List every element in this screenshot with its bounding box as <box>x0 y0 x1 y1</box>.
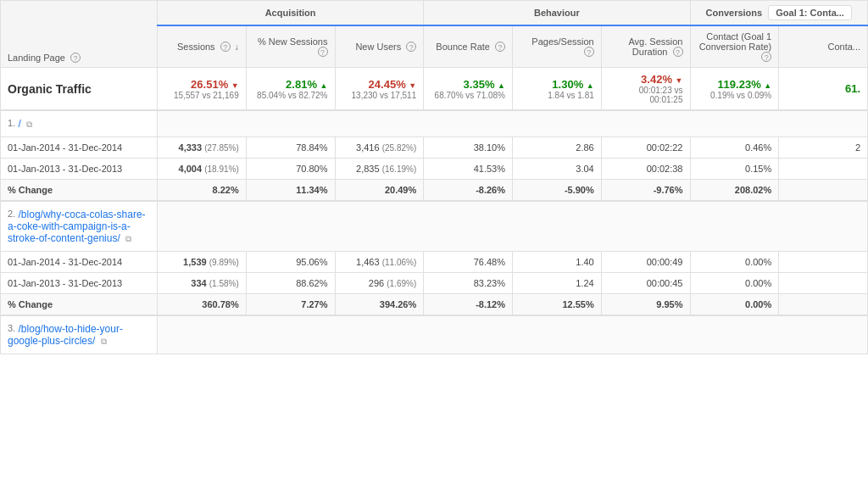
row-3-landing-cell: 3. /blog/how-to-hide-your-google-plus-ci… <box>1 315 158 354</box>
row-2-date-1-new-users: 1,463 (11.06%) <box>335 252 424 273</box>
row-1-date-2-pages: 3.04 <box>513 159 602 180</box>
row-1-date-2-label: 01-Jan-2013 - 31-Dec-2013 <box>1 159 158 180</box>
acquisition-label: Acquisition <box>265 8 316 18</box>
row-2-landing-cell: 2. /blog/why-coca-colas-share-a-coke-wit… <box>1 201 158 252</box>
sessions-sort-icon[interactable]: ↓ <box>235 42 239 52</box>
row-3-empty <box>158 315 868 354</box>
row-1-date-1-label: 01-Jan-2014 - 31-Dec-2014 <box>1 137 158 159</box>
organic-pages-main: 1.30% <box>552 78 593 91</box>
row-1-date-2-sessions: 4,004 (18.91%) <box>158 159 247 180</box>
organic-traffic-new-users: 24.45% 13,230 vs 17,511 <box>335 68 424 111</box>
organic-pct-new-main: 2.81% <box>286 78 327 91</box>
row-1-date-2-contact-comp <box>779 159 868 180</box>
row-2-change-new-users: 394.26% <box>335 294 424 316</box>
row-1-change-pages: -5.90% <box>513 180 602 202</box>
pct-new-sessions-label: % New Sessions <box>258 36 328 47</box>
row-2-date-1-contact-comp <box>779 252 868 273</box>
row-1-date-1: 01-Jan-2014 - 31-Dec-2014 4,333 (27.85%)… <box>1 137 868 159</box>
organic-pct-new-sub: 85.04% vs 82.72% <box>253 91 328 100</box>
behaviour-group-header: Behaviour <box>424 1 690 26</box>
row-1-landing-cell: 1. / ⧉ <box>1 110 158 137</box>
row-2-date-2-new-users: 296 (1.69%) <box>335 273 424 294</box>
row-1-date-2-new-users: 2,835 (16.19%) <box>335 159 424 180</box>
pages-session-label: Pages/Session <box>531 36 593 47</box>
row-2-date-2: 01-Jan-2013 - 31-Dec-2013 334 (1.58%) 88… <box>1 273 868 294</box>
organic-bounce-main: 3.35% <box>464 78 505 91</box>
conversions-group-header: Conversions Goal 1: Conta... <box>690 1 868 26</box>
organic-sessions-sub: 15,557 vs 21,169 <box>164 91 239 100</box>
organic-traffic-bounce: 3.35% 68.70% vs 71.08% <box>424 68 513 111</box>
row-1-date-2-pct-new: 70.80% <box>246 159 335 180</box>
contact-rate-col-header: Contact (Goal 1 Conversion Rate) ? <box>690 25 779 68</box>
row-2-change-contact-comp <box>779 294 868 316</box>
organic-traffic-sessions: 26.51% 15,557 vs 21,169 <box>158 68 247 111</box>
avg-session-col-header: Avg. Session Duration ? <box>601 25 690 68</box>
pages-session-col-header: Pages/Session ? <box>513 25 602 68</box>
row-3-num: 3. <box>8 315 15 333</box>
row-3-page-icon[interactable]: ⧉ <box>101 337 107 347</box>
row-2-change-pct-new: 7.27% <box>246 294 335 316</box>
new-users-label: New Users <box>355 42 401 52</box>
organic-avg-session-main: 3.42% <box>641 73 682 86</box>
landing-page-row-2: 2. /blog/why-coca-colas-share-a-coke-wit… <box>1 201 868 252</box>
organic-sessions-main: 26.51% <box>191 78 239 91</box>
acquisition-group-header: Acquisition <box>158 1 424 26</box>
row-2-date-1-label: 01-Jan-2014 - 31-Dec-2014 <box>1 252 158 273</box>
organic-traffic-contact-comp: 61. <box>779 68 868 111</box>
organic-avg-session-sub: 00:01:23 vs 00:01:25 <box>609 86 683 104</box>
avg-session-help-icon[interactable]: ? <box>673 47 683 57</box>
sessions-down-arrow <box>231 78 239 91</box>
contact-rate-up-arrow <box>764 78 771 91</box>
row-2-change-label: % Change <box>1 294 158 316</box>
sessions-col-header: Sessions ? ↓ <box>158 25 247 68</box>
row-2-page-icon[interactable]: ⧉ <box>125 234 131 244</box>
row-2-change-contact-rate: 0.00% <box>690 294 779 316</box>
organic-traffic-row: Organic Traffic 26.51% 15,557 vs 21,169 … <box>1 68 868 111</box>
landing-page-header: Landing Page ? <box>1 1 158 68</box>
row-1-change-label: % Change <box>1 180 158 202</box>
row-2-pct-change: % Change 360.78% 7.27% 394.26% -8.12% 12… <box>1 294 868 316</box>
group-header-row: Landing Page ? Acquisition Behaviour Con… <box>1 1 868 26</box>
row-2-date-2-pages: 1.24 <box>513 273 602 294</box>
pct-new-help-icon[interactable]: ? <box>318 47 328 57</box>
row-1-date-1-bounce: 38.10% <box>424 137 513 159</box>
bounce-up-arrow <box>498 78 505 91</box>
sessions-help-icon[interactable]: ? <box>220 42 231 52</box>
row-1-change-sessions: 8.22% <box>158 180 247 202</box>
row-1-page-icon[interactable]: ⧉ <box>26 120 32 130</box>
organic-traffic-contact-rate: 119.23% 0.19% vs 0.09% <box>690 68 779 111</box>
new-users-help-icon[interactable]: ? <box>406 42 416 52</box>
row-1-change-pct-new: 11.34% <box>246 180 335 202</box>
row-1-date-1-pages: 2.86 <box>513 137 602 159</box>
organic-traffic-pct-new: 2.81% 85.04% vs 82.72% <box>246 68 335 111</box>
contact-rate-help-icon[interactable]: ? <box>761 52 771 62</box>
row-1-date-1-contact-comp: 2 <box>779 137 868 159</box>
row-2-date-1-pct-new: 95.06% <box>246 252 335 273</box>
row-1-pct-change: % Change 8.22% 11.34% 20.49% -8.26% -5.9… <box>1 180 868 202</box>
pages-up-arrow <box>587 78 594 91</box>
bounce-help-icon[interactable]: ? <box>495 42 505 52</box>
row-1-empty <box>158 110 868 137</box>
landing-page-row-1: 1. / ⧉ <box>1 110 868 137</box>
sessions-label: Sessions <box>177 42 215 52</box>
row-1-date-2-bounce: 41.53% <box>424 159 513 180</box>
row-1-change-bounce: -8.26% <box>424 180 513 202</box>
row-2-date-2-avg-session: 00:00:45 <box>601 273 690 294</box>
avg-session-down-arrow <box>676 73 683 86</box>
row-1-change-contact-comp <box>779 180 868 202</box>
row-1-date-2-contact-rate: 0.15% <box>690 159 779 180</box>
row-2-empty <box>158 201 868 252</box>
landing-page-row-3: 3. /blog/how-to-hide-your-google-plus-ci… <box>1 315 868 354</box>
row-2-date-1: 01-Jan-2014 - 31-Dec-2014 1,539 (9.89%) … <box>1 252 868 273</box>
organic-new-users-main: 24.45% <box>369 78 417 91</box>
row-2-date-1-pages: 1.40 <box>513 252 602 273</box>
goal1-tab[interactable]: Goal 1: Conta... <box>768 5 852 20</box>
row-1-date-1-sessions: 4,333 (27.85%) <box>158 137 247 159</box>
pages-help-icon[interactable]: ? <box>584 47 594 57</box>
organic-pages-sub: 1.84 vs 1.81 <box>520 91 594 100</box>
organic-new-users-sub: 13,230 vs 17,511 <box>342 91 417 100</box>
row-2-date-2-bounce: 83.23% <box>424 273 513 294</box>
pct-new-up-arrow <box>320 78 328 91</box>
landing-page-help-icon[interactable]: ? <box>70 53 81 63</box>
row-1-page-link[interactable]: / <box>19 118 21 130</box>
